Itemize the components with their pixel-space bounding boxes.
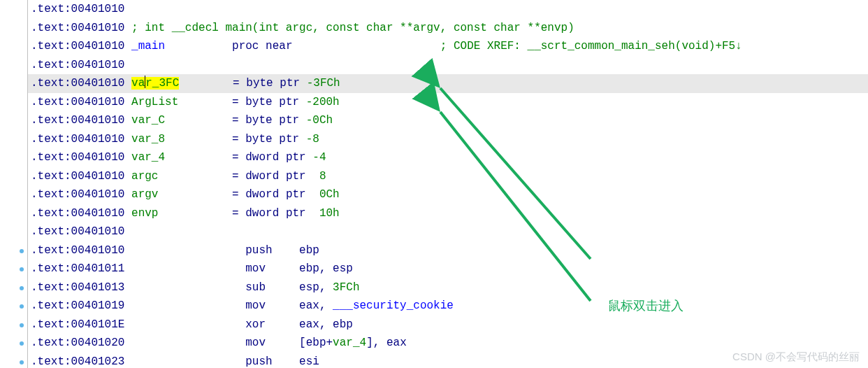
operand[interactable]: esp <box>333 262 353 275</box>
spacer <box>131 281 245 294</box>
variable-name[interactable]: var_C <box>131 114 232 127</box>
segment-prefix: .text: <box>31 244 71 257</box>
code-line[interactable]: .text:00401010 push ebp <box>28 241 868 260</box>
breakpoint-dot[interactable] <box>20 360 24 365</box>
segment-prefix: .text: <box>31 133 71 146</box>
operand[interactable]: esi <box>299 355 319 368</box>
operand[interactable]: eax <box>299 299 319 312</box>
mnemonic: push <box>245 355 299 368</box>
segment-prefix: .text: <box>31 281 71 294</box>
xref-comment[interactable]: ; CODE XREF: __scrt_common_main_seh(void… <box>440 40 742 52</box>
code-line[interactable]: .text:00401010 var_8 = byte ptr -8 <box>28 130 868 149</box>
operand[interactable]: , <box>319 281 333 294</box>
breakpoint-dot[interactable] <box>20 341 24 346</box>
code-line[interactable]: .text:00401010 envp = dword ptr 10h <box>28 204 868 223</box>
code-line[interactable]: .text:00401019 mov eax, ___security_cook… <box>28 297 868 316</box>
code-line[interactable]: .text:00401010 var_4 = dword ptr -4 <box>28 148 868 167</box>
var-offset: -4 <box>312 151 326 164</box>
breakpoint-dot[interactable] <box>20 249 24 253</box>
operand[interactable]: [ <box>299 337 306 349</box>
segment-prefix: .text: <box>31 77 71 90</box>
code-line[interactable]: .text:00401010 argc = dword ptr 8 <box>28 167 868 186</box>
segment-prefix: .text: <box>31 188 71 201</box>
code-line[interactable]: .text:00401020 mov [ebp+var_4], eax <box>28 334 868 353</box>
spacer <box>131 318 245 331</box>
operand[interactable]: ebp <box>299 244 319 257</box>
operand[interactable]: ebp <box>299 262 319 275</box>
var-offset: 10h <box>319 207 340 220</box>
variable-name[interactable]: var_4 <box>131 151 232 164</box>
mnemonic: push <box>245 244 299 257</box>
spacer <box>179 77 233 90</box>
operand[interactable]: ], <box>366 337 386 349</box>
code-line[interactable]: .text:00401010 ArgList = byte ptr -200h <box>28 93 868 112</box>
segment-prefix: .text: <box>31 96 71 108</box>
var-type: = dword ptr <box>232 188 319 201</box>
var-offset: 0Ch <box>319 188 340 201</box>
code-line[interactable]: .text:00401013 sub esp, 3FCh <box>28 278 868 297</box>
var-type: = dword ptr <box>232 151 312 164</box>
operand[interactable]: , <box>319 318 333 331</box>
segment-prefix: .text: <box>31 355 71 368</box>
var-type: = byte ptr <box>232 96 306 108</box>
mnemonic: xor <box>245 318 299 331</box>
code-line[interactable]: .text:00401010 var_C = byte ptr -0Ch <box>28 111 868 130</box>
operand[interactable]: ebp <box>306 337 326 349</box>
address: 00401010 <box>71 225 125 238</box>
segment-prefix: .text: <box>31 262 71 275</box>
mnemonic: mov <box>245 262 299 275</box>
breakpoint-dot[interactable] <box>20 323 24 327</box>
code-line[interactable]: .text:00401010 argv = dword ptr 0Ch <box>28 185 868 204</box>
segment-prefix: .text: <box>31 337 71 349</box>
variable-name[interactable]: var_8 <box>131 133 232 146</box>
code-line[interactable]: .text:00401010 _main proc near ; CODE XR… <box>28 37 868 56</box>
variable-name[interactable]: ArgList <box>131 96 232 108</box>
variable-name[interactable]: envp <box>131 207 232 220</box>
operand[interactable]: eax <box>386 337 407 349</box>
mnemonic: sub <box>245 281 299 294</box>
var-offset: -3FCh <box>307 77 340 90</box>
operand[interactable]: , <box>319 262 333 275</box>
operand[interactable]: + <box>326 337 333 349</box>
segment-prefix: .text: <box>31 170 71 183</box>
spacer <box>292 40 440 52</box>
operand[interactable]: eax <box>299 318 319 331</box>
breakpoint-dot[interactable] <box>20 304 24 309</box>
operand[interactable]: ebp <box>333 318 353 331</box>
disassembly-view[interactable]: .text:00401010 .text:00401010 ; int __cd… <box>28 0 868 368</box>
code-line[interactable]: .text:0040101E xor eax, ebp <box>28 316 868 334</box>
breakpoint-dot[interactable] <box>20 286 24 290</box>
proc-keyword: proc near <box>232 40 292 52</box>
code-line[interactable]: .text:00401010 <box>28 222 868 241</box>
code-line[interactable]: .text:00401011 mov ebp, esp <box>28 260 868 278</box>
address: 00401023 <box>71 355 125 368</box>
var-type: = dword ptr <box>232 207 319 220</box>
breakpoint-dot[interactable] <box>20 267 24 271</box>
code-line[interactable]: .text:00401010 <box>28 56 868 75</box>
operand[interactable]: esp <box>299 281 319 294</box>
function-label[interactable]: _main <box>131 40 232 52</box>
operand[interactable]: , <box>319 299 333 312</box>
var-type: = byte ptr <box>232 114 306 127</box>
comment: ; int __cdecl main(int argc, const char … <box>131 22 574 34</box>
segment-prefix: .text: <box>31 40 71 52</box>
code-line[interactable]: .text:00401010 var_3FC = byte ptr -3FCh <box>28 74 868 93</box>
annotation-label: 鼠标双击进入 <box>608 297 683 314</box>
code-line[interactable]: .text:00401010 ; int __cdecl main(int ar… <box>28 19 868 38</box>
operand[interactable]: ___security_cookie <box>333 299 454 312</box>
variable-name[interactable]: argc <box>131 170 232 183</box>
segment-prefix: .text: <box>31 114 71 127</box>
var-type: = byte ptr <box>233 77 307 90</box>
address: 00401019 <box>71 299 125 312</box>
operand[interactable]: var_4 <box>333 337 366 349</box>
segment-prefix: .text: <box>31 151 71 164</box>
spacer <box>131 262 245 275</box>
code-line[interactable]: .text:00401010 <box>28 0 868 19</box>
variable-name[interactable]: var_3FC <box>131 77 179 90</box>
mnemonic: mov <box>245 299 299 312</box>
variable-name[interactable]: argv <box>131 188 232 201</box>
address: 00401010 <box>71 77 125 90</box>
address: 00401011 <box>71 262 125 275</box>
operand[interactable]: 3FCh <box>333 281 359 294</box>
address: 00401013 <box>71 281 125 294</box>
